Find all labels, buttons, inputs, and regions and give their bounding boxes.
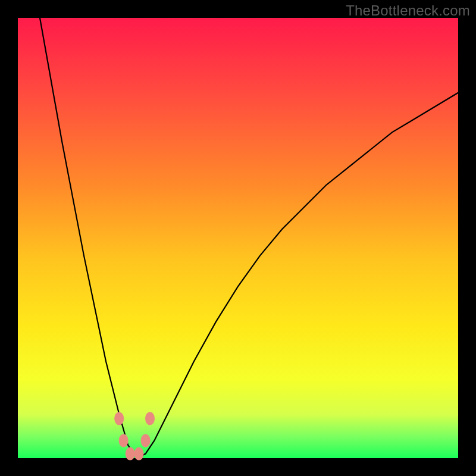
chart-frame: TheBottleneck.com	[0, 0, 476, 476]
bottleneck-curve	[40, 18, 458, 458]
valley-marker	[145, 412, 155, 425]
watermark-text: TheBottleneck.com	[346, 2, 470, 19]
valley-marker	[114, 412, 124, 425]
valley-marker	[134, 447, 144, 461]
plot-area	[18, 18, 458, 458]
valley-marker	[126, 447, 135, 461]
valley-markers	[114, 412, 155, 460]
valley-marker	[141, 434, 151, 447]
valley-marker	[119, 434, 129, 447]
bottleneck-curve-svg	[18, 18, 458, 458]
